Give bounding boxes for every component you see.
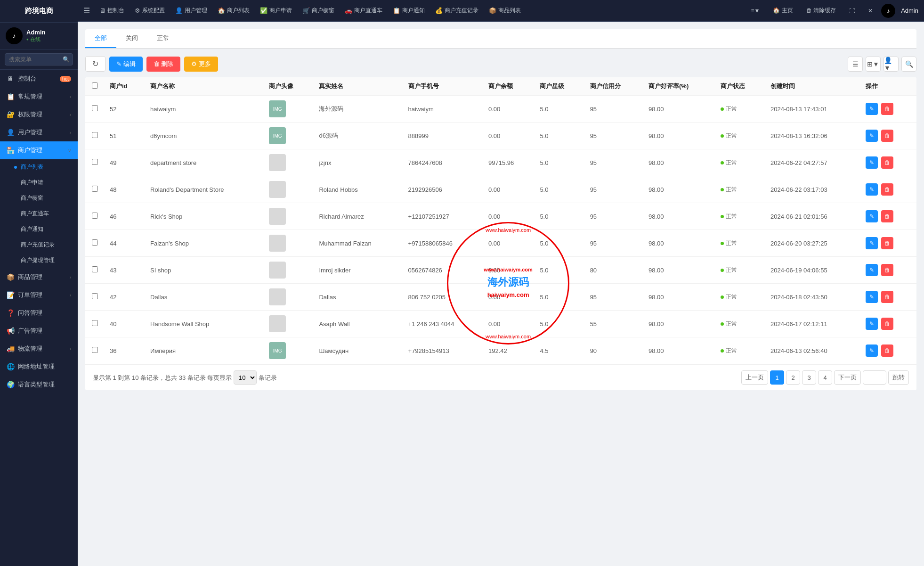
column-settings-btn[interactable]: 👤▼ [883, 57, 899, 72]
more-button[interactable]: ⚙ 更多 [184, 57, 218, 72]
row-checkbox-cell[interactable] [85, 337, 104, 364]
prev-page-btn[interactable]: 上一页 [741, 370, 768, 385]
topnav-merchant-window[interactable]: 🛒商户橱窗 [298, 0, 339, 22]
page-3-btn[interactable]: 3 [802, 370, 816, 385]
delete-action-btn[interactable]: 🗑 [881, 237, 893, 249]
topnav-config[interactable]: ⚙系统配置 [130, 0, 170, 22]
tab-all[interactable]: 全部 [85, 29, 116, 48]
sidebar-item-logistics[interactable]: 🚚 物流管理 › [0, 340, 78, 358]
tab-closed[interactable]: 关闭 [116, 29, 147, 48]
sidebar-item-faq[interactable]: ❓ 问答管理 [0, 304, 78, 322]
edit-action-btn[interactable]: ✎ [866, 318, 878, 330]
sidebar-sub-merchant-window[interactable]: 商户橱窗 [0, 190, 78, 206]
row-checkbox-cell[interactable] [85, 257, 104, 284]
topnav-close-btn[interactable]: ✕ [863, 6, 877, 16]
sidebar-sub-merchant-notice[interactable]: 商户通知 [0, 221, 78, 237]
row-checkbox[interactable] [92, 239, 98, 246]
topnav-console[interactable]: 🖥控制台 [95, 0, 129, 22]
topnav-merchant-apply[interactable]: ✅商户申请 [255, 0, 297, 22]
row-checkbox-cell[interactable] [85, 230, 104, 257]
edit-action-btn[interactable]: ✎ [866, 237, 878, 249]
page-1-btn[interactable]: 1 [770, 370, 784, 385]
delete-button[interactable]: 🗑 删除 [146, 57, 181, 72]
tab-normal[interactable]: 正常 [147, 29, 178, 48]
topnav-product-list[interactable]: 📦商品列表 [484, 0, 526, 22]
edit-action-btn[interactable]: ✎ [866, 264, 878, 276]
row-checkbox[interactable] [92, 132, 98, 138]
topnav-users[interactable]: 👤用户管理 [170, 0, 212, 22]
sidebar-search-wrap[interactable]: 🔍 [0, 49, 78, 70]
row-checkbox-cell[interactable] [85, 96, 104, 123]
row-checkbox[interactable] [92, 159, 98, 165]
sidebar-item-permissions[interactable]: 🔐 权限管理 › [0, 106, 78, 123]
sidebar-sub-merchant-recharge[interactable]: 商户充值记录 [0, 237, 78, 253]
row-checkbox-cell[interactable] [85, 203, 104, 230]
delete-action-btn[interactable]: 🗑 [881, 345, 893, 357]
topnav-clear-btn[interactable]: 🗑 清除缓存 [802, 5, 841, 16]
refresh-button[interactable]: ↻ [85, 56, 105, 72]
row-checkbox-cell[interactable] [85, 123, 104, 149]
edit-action-btn[interactable]: ✎ [866, 156, 878, 169]
sidebar-item-general[interactable]: 📋 常规管理 › [0, 88, 78, 106]
topnav-avatar[interactable]: ♪ [881, 4, 895, 18]
edit-action-btn[interactable]: ✎ [866, 345, 878, 357]
sidebar-item-users[interactable]: 👤 用户管理 › [0, 123, 78, 141]
pagination-info-text: 显示第 1 到第 10 条记录，总共 33 条记录 每页显示 [93, 374, 232, 381]
topnav-fullscreen-btn[interactable]: ⛶ [844, 6, 859, 16]
per-page-select[interactable]: 10 20 50 [234, 370, 257, 385]
edit-action-btn[interactable]: ✎ [866, 103, 878, 115]
page-jump-input[interactable] [863, 370, 886, 385]
sidebar-sub-merchant-direct[interactable]: 商户直通车 [0, 206, 78, 221]
delete-action-btn[interactable]: 🗑 [881, 156, 893, 169]
delete-action-btn[interactable]: 🗑 [881, 264, 893, 276]
menu-toggle-icon[interactable]: ☰ [83, 6, 90, 15]
select-all-checkbox[interactable] [92, 82, 98, 89]
row-checkbox[interactable] [92, 186, 98, 192]
delete-action-btn[interactable]: 🗑 [881, 103, 893, 115]
sidebar-sub-merchant-apply[interactable]: 商户申请 [0, 175, 78, 190]
row-checkbox-cell[interactable] [85, 311, 104, 337]
edit-action-btn[interactable]: ✎ [866, 183, 878, 196]
sidebar-item-orders[interactable]: 📝 订单管理 › [0, 286, 78, 304]
row-checkbox[interactable] [92, 293, 98, 299]
topnav-merchant-notice[interactable]: 📋商户通知 [388, 0, 430, 22]
row-checkbox-cell[interactable] [85, 176, 104, 203]
row-checkbox[interactable] [92, 213, 98, 219]
topnav-home-btn[interactable]: 🏠 主页 [768, 5, 797, 16]
edit-action-btn[interactable]: ✎ [866, 291, 878, 303]
row-checkbox[interactable] [92, 347, 98, 353]
delete-action-btn[interactable]: 🗑 [881, 130, 893, 142]
sidebar-sub-merchant-withdraw[interactable]: 商户提现管理 [0, 253, 78, 268]
sidebar-sub-merchant-list[interactable]: 商户列表 [0, 159, 78, 175]
sidebar-item-ads[interactable]: 📢 广告管理 [0, 322, 78, 340]
delete-action-btn[interactable]: 🗑 [881, 318, 893, 330]
page-2-btn[interactable]: 2 [786, 370, 800, 385]
row-checkbox-cell[interactable] [85, 284, 104, 311]
row-checkbox-cell[interactable] [85, 149, 104, 176]
sidebar-item-network[interactable]: 🌐 网络地址管理 [0, 358, 78, 376]
topnav-merchant-recharge[interactable]: 💰商户充值记录 [430, 0, 483, 22]
next-page-btn[interactable]: 下一页 [834, 370, 861, 385]
view-grid-btn[interactable]: ⊞▼ [866, 57, 881, 72]
delete-action-btn[interactable]: 🗑 [881, 183, 893, 196]
sidebar-item-merchants[interactable]: 🏪 商户管理 ∨ [0, 141, 78, 159]
delete-action-btn[interactable]: 🗑 [881, 291, 893, 303]
search-btn[interactable]: 🔍 [901, 57, 916, 72]
edit-button[interactable]: ✎ 编辑 [109, 57, 143, 72]
page-4-btn[interactable]: 4 [818, 370, 832, 385]
view-list-btn[interactable]: ☰ [848, 57, 863, 72]
sidebar-item-console[interactable]: 🖥 控制台 hot [0, 70, 78, 88]
row-checkbox[interactable] [92, 105, 98, 111]
topnav-merchant-list[interactable]: 🏠商户列表 [213, 0, 254, 22]
topnav-merchant-direct[interactable]: 🚗商户直通车 [340, 0, 387, 22]
edit-action-btn[interactable]: ✎ [866, 130, 878, 142]
row-checkbox[interactable] [92, 266, 98, 272]
sidebar-item-language[interactable]: 🌍 语言类型管理 [0, 376, 78, 394]
topnav-more-btn[interactable]: ≡▼ [746, 6, 765, 16]
row-checkbox[interactable] [92, 320, 98, 326]
edit-action-btn[interactable]: ✎ [866, 210, 878, 222]
select-all-header[interactable] [85, 77, 104, 96]
sidebar-item-products[interactable]: 📦 商品管理 › [0, 268, 78, 286]
jump-btn[interactable]: 跳转 [888, 370, 909, 385]
delete-action-btn[interactable]: 🗑 [881, 210, 893, 222]
